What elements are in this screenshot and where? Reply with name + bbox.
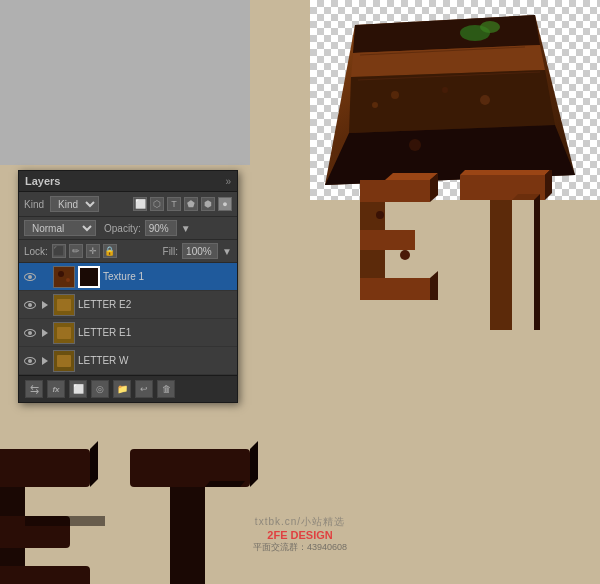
layer-name-texture1: Texture 1: [103, 271, 233, 282]
layer-row-texture1[interactable]: Texture 1: [19, 263, 237, 291]
layer-list: Texture 1 LETTER E2: [19, 263, 237, 375]
bottom-large-letters: [0, 409, 600, 584]
filter-toggle[interactable]: ●: [218, 197, 232, 211]
lock-row: Lock: ⬛ ✏ ✛ 🔒 Fill: ▼: [19, 240, 237, 263]
filter-icon-text[interactable]: T: [167, 197, 181, 211]
delete-layer-button[interactable]: 🗑: [157, 380, 175, 398]
layer-row-letter-w[interactable]: LETTER W: [19, 347, 237, 375]
lock-all-icon[interactable]: 🔒: [103, 244, 117, 258]
svg-point-64: [66, 278, 70, 282]
filter-icon-pixel[interactable]: ⬜: [133, 197, 147, 211]
svg-marker-57: [25, 516, 105, 526]
layer-expand-e1[interactable]: [40, 326, 50, 340]
svg-marker-34: [460, 170, 552, 175]
layer-expand-w[interactable]: [40, 354, 50, 368]
blend-mode-dropdown[interactable]: Normal: [24, 220, 96, 236]
panel-titlebar: Layers »: [19, 171, 237, 192]
fill-input[interactable]: [182, 243, 218, 259]
layer-visibility-e1[interactable]: [23, 326, 37, 340]
watermark: txtbk.cn/小站精选 2FE DESIGN 平面交流群：43940608: [253, 515, 347, 554]
watermark-line1: txtbk.cn/小站精选: [255, 515, 345, 529]
svg-marker-61: [205, 481, 245, 487]
layers-panel: Layers » Kind Kind ⬜ ⬡ T ⬟ ⬢ ● Normal Op…: [18, 170, 238, 403]
svg-marker-37: [534, 194, 540, 330]
triangle-icon-e1: [42, 329, 48, 337]
layer-thumbnail-texture1: [53, 266, 75, 288]
svg-rect-62: [54, 267, 74, 287]
panel-controls: »: [225, 176, 231, 187]
svg-rect-53: [0, 449, 90, 487]
filter-row: Kind Kind ⬜ ⬡ T ⬟ ⬢ ●: [19, 192, 237, 217]
layer-thumbnail-w: [53, 350, 75, 372]
svg-rect-66: [57, 299, 71, 311]
svg-point-10: [409, 139, 421, 151]
filter-icon-adjust[interactable]: ⬡: [150, 197, 164, 211]
svg-rect-26: [360, 278, 430, 300]
group-button[interactable]: 📁: [113, 380, 131, 398]
svg-point-11: [372, 102, 378, 108]
filter-icon-smart[interactable]: ⬢: [201, 197, 215, 211]
eye-icon-e2: [24, 301, 36, 309]
svg-rect-24: [360, 180, 430, 202]
effects-button[interactable]: fx: [47, 380, 65, 398]
svg-marker-35: [545, 170, 552, 200]
eye-icon-texture1: [24, 273, 36, 281]
layer-thumbnail-e2: [53, 294, 75, 316]
layer-thumbnail-e1: [53, 322, 75, 344]
lock-move-icon[interactable]: ✛: [86, 244, 100, 258]
eye-icon-e1: [24, 329, 36, 337]
svg-point-7: [391, 91, 399, 99]
layer-mask-thumbnail-texture1: [78, 266, 100, 288]
triangle-icon-w: [42, 357, 48, 365]
svg-point-31: [400, 250, 410, 260]
opacity-unit: ▼: [181, 223, 191, 234]
svg-rect-70: [57, 355, 71, 367]
layer-row-letter-e1[interactable]: LETTER E1: [19, 319, 237, 347]
filter-label: Kind: [24, 199, 44, 210]
svg-point-9: [480, 95, 490, 105]
watermark-brand: 2FE DESIGN: [267, 529, 332, 541]
lock-brush-icon[interactable]: ✏: [69, 244, 83, 258]
filter-icons: ⬜ ⬡ T ⬟ ⬢ ●: [133, 197, 232, 211]
opacity-input[interactable]: [145, 220, 177, 236]
svg-rect-25: [360, 230, 415, 250]
layer-visibility-e2[interactable]: [23, 298, 37, 312]
svg-marker-60: [250, 441, 258, 487]
layer-expand-e2[interactable]: [40, 298, 50, 312]
filter-dropdown[interactable]: Kind: [50, 196, 99, 212]
triangle-icon-e2: [42, 301, 48, 309]
layer-name-w: LETTER W: [78, 355, 233, 366]
eye-icon-w: [24, 357, 36, 365]
layer-name-e2: LETTER E2: [78, 299, 233, 310]
svg-point-30: [376, 211, 384, 219]
svg-marker-29: [430, 271, 438, 300]
mask-button[interactable]: ⬜: [69, 380, 87, 398]
panel-title: Layers: [25, 175, 60, 187]
panel-expand-button[interactable]: »: [225, 176, 231, 187]
watermark-sub: 平面交流群：43940608: [253, 541, 347, 554]
fill-unit: ▼: [222, 246, 232, 257]
svg-point-8: [442, 87, 448, 93]
lock-checkers-icon[interactable]: ⬛: [52, 244, 66, 258]
new-layer-button[interactable]: ↩: [135, 380, 153, 398]
blend-opacity-row: Normal Opacity: ▼: [19, 217, 237, 240]
layer-visibility-w[interactable]: [23, 354, 37, 368]
svg-rect-68: [57, 327, 71, 339]
svg-point-63: [58, 271, 64, 277]
svg-rect-55: [0, 566, 90, 584]
link-layers-button[interactable]: ⇆: [25, 380, 43, 398]
svg-marker-27: [385, 173, 438, 180]
lock-icons: ⬛ ✏ ✛ 🔒: [52, 244, 117, 258]
svg-point-13: [480, 21, 500, 33]
layer-name-e1: LETTER E1: [78, 327, 233, 338]
lock-label: Lock:: [24, 246, 48, 257]
layer-row-letter-e2[interactable]: LETTER E2: [19, 291, 237, 319]
filter-icon-shape[interactable]: ⬟: [184, 197, 198, 211]
fill-label: Fill:: [163, 246, 179, 257]
layer-visibility-texture1[interactable]: [23, 270, 37, 284]
svg-rect-32: [490, 200, 512, 330]
adjustment-button[interactable]: ◎: [91, 380, 109, 398]
svg-rect-58: [170, 479, 205, 584]
panel-toolbar: ⇆ fx ⬜ ◎ 📁 ↩ 🗑: [19, 375, 237, 402]
svg-marker-56: [90, 441, 98, 487]
